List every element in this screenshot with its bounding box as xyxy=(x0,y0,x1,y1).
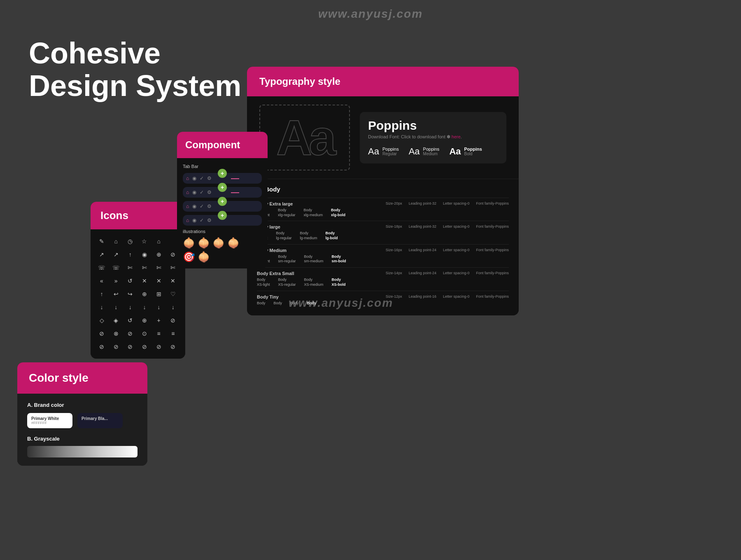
font-display-row: Aa Poppins Download Font: Click to downl… xyxy=(247,96,519,179)
icon-cell: ⊘ xyxy=(168,341,178,352)
icon-cell: ⊕ xyxy=(139,315,150,326)
meta-leading: Leading point-32 xyxy=(409,201,436,206)
icon-cell: ☏ xyxy=(96,262,107,273)
weight-info-regular: Poppins Regular xyxy=(382,147,399,156)
component-body: Tab Bar + ⌂ ◉ ✓ ⚙ + ⌂ ◉ ✓ ⚙ + xyxy=(177,158,268,268)
meta-letter-md: Letter spacing-0 xyxy=(443,248,470,253)
main-title-line1: Cohesive xyxy=(29,37,241,70)
sample-lg-bold: Bodylg-bold xyxy=(326,231,338,240)
poppins-title: Poppins xyxy=(368,119,498,133)
tab-gear-icon-2: ⚙ xyxy=(207,189,212,195)
icon-cell: ◈ xyxy=(111,315,121,326)
icon-cell: ⊕ xyxy=(154,249,164,260)
sample-xs-bold: BodyXS-bold xyxy=(332,278,346,287)
type-row-md-header: Body Medium Size-16px Leading point-24 L… xyxy=(257,248,509,253)
tab-check-icon-4: ✓ xyxy=(200,217,204,223)
tab-gear-icon-4: ⚙ xyxy=(207,217,212,223)
icon-cell: ↓ xyxy=(125,302,135,313)
icon-cell: ✎ xyxy=(96,236,107,247)
type-row-md-meta: Size-16px Leading point-24 Letter spacin… xyxy=(386,248,509,253)
type-row-md-samples: Bodysm-light Bodysm-regular Bodysm-mediu… xyxy=(257,254,509,264)
type-row-xs-samples: BodyXS-light BodyXS-regular BodyXS-mediu… xyxy=(257,278,509,287)
icons-grid: ✎ ⌂ ◷ ☆ ⌂ ↗ ↗ ↑ ◉ ⊕ ⊘ ☏ ☏ ✄ ✄ ✄ ✄ « » ↺ … xyxy=(96,236,179,352)
illus-emoji-6: 🧅 xyxy=(198,251,210,263)
icon-cell: ↑ xyxy=(125,249,135,260)
color-style-header: Color style xyxy=(17,362,147,394)
sample-tiny-light: Body xyxy=(257,301,266,306)
color-style-card: Color style A. Brand color Primary White… xyxy=(17,362,147,466)
meta-leading-tiny: Leading point-16 xyxy=(409,294,436,299)
icon-cell: ↓ xyxy=(96,302,107,313)
icon-cell: ⊘ xyxy=(111,341,121,352)
tab-icons-1: ⌂ ◉ ✓ ⚙ xyxy=(186,175,212,181)
weight-medium: Aa Poppins Medium xyxy=(409,146,440,157)
weight-name-medium: Poppins xyxy=(423,147,440,152)
type-row-xl-meta: Size-20px Leading point-32 Letter spacin… xyxy=(386,201,509,206)
meta-leading-xs: Leading point-24 xyxy=(409,271,436,276)
icon-cell: ⊙ xyxy=(139,328,150,339)
icon-cell: ✕ xyxy=(154,275,164,286)
icon-cell: ⊘ xyxy=(154,341,164,352)
swatch-white-hex: #FFFFFF xyxy=(31,421,68,425)
tab-check-icon-3: ✓ xyxy=(200,203,204,209)
tab-home-icon-4: ⌂ xyxy=(186,217,189,223)
component-header: Component xyxy=(177,132,268,158)
body-section: B. Body Body Extra large Size-20px Leadi… xyxy=(247,179,519,315)
watermark-top: www.anyusj.com xyxy=(318,7,423,21)
icon-cell: ☆ xyxy=(139,236,150,247)
icons-card: Icons ✎ ⌂ ◷ ☆ ⌂ ↗ ↗ ↑ ◉ ⊕ ⊘ ☏ ☏ ✄ ✄ ✄ ✄ … xyxy=(91,202,185,359)
illus-emoji-5: 🎯 xyxy=(183,251,195,263)
icon-cell: ≡ xyxy=(168,328,178,339)
illus-emoji-1: 🧅 xyxy=(183,237,195,249)
weight-type-regular: Regular xyxy=(382,152,399,156)
type-row-lg-meta: Size-18px Leading point-32 Letter spacin… xyxy=(386,224,509,229)
icon-cell: » xyxy=(111,275,121,286)
poppins-link[interactable]: here xyxy=(452,134,461,139)
illus-emoji-4: 🧅 xyxy=(227,237,240,249)
icon-cell: ⌂ xyxy=(111,236,121,247)
tab-bar-item-3: + ⌂ ◉ ✓ ⚙ xyxy=(183,201,262,212)
icon-cell: ◉ xyxy=(139,249,150,260)
type-row-xs-name: Body Extra Small xyxy=(257,271,294,276)
tab-plus-1: + xyxy=(218,169,227,178)
tab-bar-item-4: + ⌂ ◉ ✓ ⚙ xyxy=(183,215,262,226)
meta-size-md: Size-16px xyxy=(386,248,402,253)
icon-cell: ↓ xyxy=(154,302,164,313)
weight-type-medium: Medium xyxy=(423,152,440,156)
body-section-title: B. Body xyxy=(257,186,509,193)
type-row-tiny-meta: Size-12px Leading point-16 Letter spacin… xyxy=(386,294,509,299)
icon-cell: ⊘ xyxy=(96,328,107,339)
icon-cell: ☏ xyxy=(111,262,121,273)
type-row-xs-header: Body Extra Small Size-14px Leading point… xyxy=(257,271,509,276)
illus-emoji-3: 🧅 xyxy=(212,237,225,249)
typography-card: Typography style Aa Poppins Download Fon… xyxy=(247,67,519,315)
component-card: Component Tab Bar + ⌂ ◉ ✓ ⚙ + ⌂ ◉ ✓ ⚙ xyxy=(177,132,268,268)
icon-cell: ✄ xyxy=(154,262,164,273)
swatch-black: Primary Bla... xyxy=(77,413,123,428)
tab-home-icon: ⌂ xyxy=(186,175,189,181)
meta-leading-lg: Leading point-32 xyxy=(409,224,436,229)
weight-name-regular: Poppins xyxy=(382,147,399,152)
tab-check-icon-2: ✓ xyxy=(200,189,204,195)
icon-cell: ≡ xyxy=(154,328,164,339)
tab-search-icon-3: ◉ xyxy=(192,203,196,209)
sample-tiny-regular: Body xyxy=(274,301,282,306)
watermark-bottom: www.anyusj.com xyxy=(289,296,393,310)
sample-xl-regular: Bodyxlg-regular xyxy=(278,208,296,217)
main-title-line2: Design System xyxy=(29,70,241,102)
color-style-title: Color style xyxy=(29,371,89,384)
weight-regular: Aa Poppins Regular xyxy=(368,146,399,157)
meta-leading-md: Leading point-24 xyxy=(409,248,436,253)
illustrations-row-2: 🎯 🧅 xyxy=(183,251,262,263)
type-row-lg: Body large Size-18px Leading point-32 Le… xyxy=(257,221,509,244)
icon-cell: ⊕ xyxy=(139,289,150,299)
icon-cell: ⊘ xyxy=(139,341,150,352)
tab-underline-2 xyxy=(231,192,239,193)
grayscale-bar xyxy=(27,446,137,457)
weight-info-bold: Poppins Bold xyxy=(464,147,482,156)
meta-size-xs: Size-14px xyxy=(386,271,402,276)
icon-cell: ↓ xyxy=(168,302,178,313)
type-row-lg-samples: Bodylg-light Bodylg-regular Bodylg-mediu… xyxy=(257,231,509,240)
meta-letter-lg: Letter spacing-0 xyxy=(443,224,470,229)
type-row-md: Body Medium Size-16px Leading point-24 L… xyxy=(257,244,509,267)
